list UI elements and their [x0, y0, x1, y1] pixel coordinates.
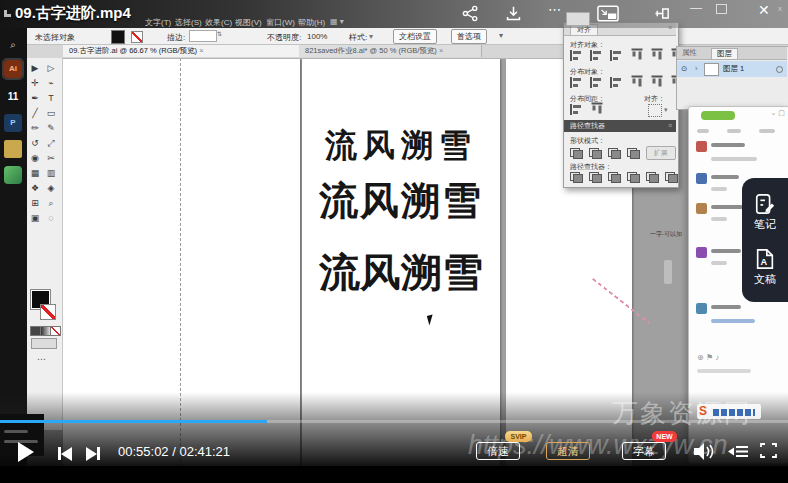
close-icon[interactable]: ✕	[758, 2, 770, 18]
chat-toolbar-icons[interactable]: ⊕ ⚑ ♪	[697, 353, 719, 362]
gradient-tool-icon[interactable]: ▥	[43, 166, 59, 181]
artboard-text-1[interactable]: 流风溯雪	[302, 124, 500, 168]
symbol-tool-icon[interactable]: ◈	[43, 181, 59, 196]
opacity-value[interactable]: 100%	[307, 32, 327, 41]
subtitle-button[interactable]: 字幕	[622, 442, 666, 460]
expand-chevron-icon[interactable]: ›	[695, 61, 698, 77]
direct-selection-tool-icon[interactable]: ▷	[43, 61, 59, 76]
fullscreen-icon[interactable]	[760, 443, 777, 462]
search-field[interactable]	[566, 12, 590, 26]
intersect-icon[interactable]	[608, 148, 621, 159]
distribute-vcenter-icon[interactable]	[590, 77, 604, 88]
merge-icon[interactable]	[608, 172, 621, 183]
minus-front-icon[interactable]	[589, 148, 602, 159]
pen-tool-icon[interactable]: ✒	[27, 91, 43, 106]
artboard-text-3[interactable]: 流风溯雪	[302, 247, 500, 300]
selection-tool-icon[interactable]: ▶	[27, 61, 43, 76]
none-button[interactable]	[50, 326, 61, 336]
minus-back-icon[interactable]	[665, 172, 678, 183]
align-right-icon[interactable]	[610, 50, 624, 61]
divide-icon[interactable]	[570, 172, 583, 183]
fill-swatch[interactable]	[111, 30, 125, 44]
scale-tool-icon[interactable]: ⤢	[43, 136, 59, 151]
lasso-tool-icon[interactable]: ⌁	[43, 76, 59, 91]
menu-help[interactable]: 帮助(H)	[298, 17, 325, 28]
restore-icon[interactable]	[716, 4, 727, 14]
hand-tool-icon[interactable]: ▣	[27, 211, 43, 226]
document-tab-inactive[interactable]: 821saved作业8.ai* @ 50 % (RGB/预览) ×	[299, 45, 482, 57]
document-tab-active[interactable]: 09.古字进阶.ai @ 66.67 % (RGB/预览) ×	[63, 45, 311, 57]
pathfinder-panel-tab[interactable]: 路径查找器 ≡	[564, 120, 676, 132]
dock-panel-icon[interactable]	[650, 5, 670, 26]
paintbrush-tool-icon[interactable]: ✏	[27, 121, 43, 136]
properties-tab[interactable]: 属性	[682, 48, 697, 58]
workspace-dropdown-icon[interactable]: ▾	[499, 31, 503, 40]
distribute-left-icon[interactable]	[631, 76, 642, 90]
draw-mode-buttons[interactable]	[31, 338, 57, 349]
layers-tab[interactable]: 图层	[711, 48, 738, 59]
stroke-value-field[interactable]	[189, 30, 217, 42]
grid-icon[interactable]	[4, 10, 11, 17]
type-tool-icon[interactable]: T	[43, 91, 59, 106]
play-button[interactable]	[18, 442, 34, 462]
layer-row[interactable]: ⊙ › 图层 1	[677, 61, 787, 77]
quality-button[interactable]: 超清	[546, 442, 590, 460]
progress-bar-fill[interactable]	[0, 420, 267, 423]
workspace-switcher-icon[interactable]: ▦ ▾	[330, 17, 344, 26]
eyedropper-tool-icon[interactable]: ◉	[27, 151, 43, 166]
more-icon[interactable]: ⋯	[548, 2, 562, 17]
menu-effect[interactable]: 效果(C)	[205, 17, 232, 28]
layer-thumbnail[interactable]	[704, 63, 719, 76]
stroke-stepper[interactable]: ⇅	[217, 30, 222, 37]
tab-close-icon[interactable]: ×	[199, 46, 203, 55]
picture-in-picture-icon[interactable]	[597, 5, 619, 26]
chat-window-controls[interactable]: ⌄ ▢	[771, 109, 785, 117]
canvas-scrollbar[interactable]	[664, 260, 672, 284]
align-to-selection-icon[interactable]	[648, 104, 662, 117]
app-icon-green[interactable]	[4, 166, 22, 184]
notes-button[interactable]: 笔记	[754, 193, 776, 232]
menu-view[interactable]: 视图(V)	[235, 17, 262, 28]
align-middle-icon[interactable]	[651, 49, 662, 63]
more-tools-icon[interactable]: ⋯	[37, 354, 46, 364]
artboard-text-2[interactable]: 流风溯雪	[302, 174, 500, 228]
photoshop-app-icon[interactable]: P	[4, 114, 22, 132]
docs-button[interactable]: A 文稿	[754, 248, 776, 287]
pencil-tool-icon[interactable]: ✎	[43, 121, 59, 136]
layer-name[interactable]: 图层 1	[723, 61, 744, 77]
align-center-h-icon[interactable]	[590, 50, 604, 61]
align-top-icon[interactable]	[631, 49, 642, 63]
artboard-tool-icon[interactable]: ⊞	[27, 196, 43, 211]
visibility-eye-icon[interactable]: ⊙	[681, 61, 687, 77]
expand-button[interactable]: 扩展	[646, 146, 676, 160]
preferences-button[interactable]: 首选项	[451, 29, 487, 44]
rotate-tool-icon[interactable]: ↺	[27, 136, 43, 151]
distribute-top-icon[interactable]	[570, 77, 584, 88]
scissors-tool-icon[interactable]: ✂	[43, 151, 59, 166]
menu-type[interactable]: 文字(T)	[145, 17, 171, 28]
trim-icon[interactable]	[589, 172, 602, 183]
next-button[interactable]	[86, 444, 100, 462]
panel-menu-icon[interactable]: ≡	[668, 120, 672, 132]
unite-icon[interactable]	[570, 148, 583, 159]
previous-button[interactable]	[58, 444, 72, 462]
stroke-color-swatch[interactable]	[40, 304, 56, 320]
stroke-swatch[interactable]	[131, 31, 143, 43]
distribute-hcenter-icon[interactable]	[651, 76, 662, 90]
blend-tool-icon[interactable]: ❖	[27, 181, 43, 196]
horizontal-space-icon[interactable]	[591, 103, 602, 117]
line-tool-icon[interactable]: ╱	[27, 106, 43, 121]
illustrator-app-icon[interactable]: Ai	[4, 60, 22, 78]
minimize-icon[interactable]: —	[690, 1, 702, 15]
outline-icon[interactable]	[646, 172, 659, 183]
menu-select[interactable]: 选择(S)	[175, 17, 202, 28]
close-small-icon[interactable]: x	[778, 4, 782, 13]
document-setup-button[interactable]: 文档设置	[393, 29, 437, 44]
vertical-space-icon[interactable]	[570, 104, 584, 115]
volume-icon[interactable]	[694, 443, 716, 464]
style-dropdown[interactable]: ▾	[369, 32, 373, 41]
share-icon[interactable]	[462, 5, 479, 26]
rectangle-tool-icon[interactable]: ▭	[43, 106, 59, 121]
crop-icon[interactable]	[627, 172, 640, 183]
tab-close-icon[interactable]: ×	[439, 46, 443, 55]
